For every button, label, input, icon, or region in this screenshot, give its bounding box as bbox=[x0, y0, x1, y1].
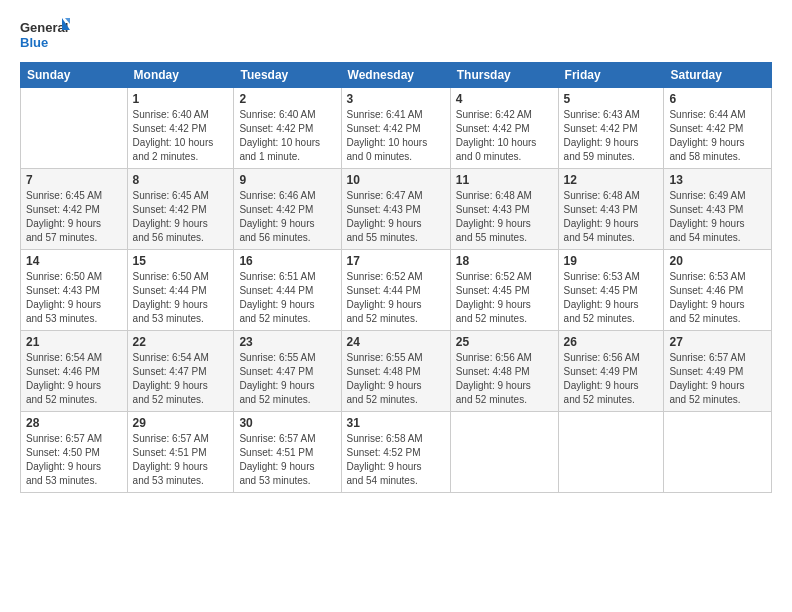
day-number: 9 bbox=[239, 173, 335, 187]
day-info: Sunrise: 6:51 AM Sunset: 4:44 PM Dayligh… bbox=[239, 270, 335, 326]
calendar-cell: 3Sunrise: 6:41 AM Sunset: 4:42 PM Daylig… bbox=[341, 88, 450, 169]
calendar-cell: 20Sunrise: 6:53 AM Sunset: 4:46 PM Dayli… bbox=[664, 250, 772, 331]
weekday-header-friday: Friday bbox=[558, 63, 664, 88]
day-info: Sunrise: 6:58 AM Sunset: 4:52 PM Dayligh… bbox=[347, 432, 445, 488]
calendar-cell: 6Sunrise: 6:44 AM Sunset: 4:42 PM Daylig… bbox=[664, 88, 772, 169]
day-number: 4 bbox=[456, 92, 553, 106]
day-number: 29 bbox=[133, 416, 229, 430]
day-info: Sunrise: 6:42 AM Sunset: 4:42 PM Dayligh… bbox=[456, 108, 553, 164]
calendar-cell: 4Sunrise: 6:42 AM Sunset: 4:42 PM Daylig… bbox=[450, 88, 558, 169]
day-info: Sunrise: 6:54 AM Sunset: 4:46 PM Dayligh… bbox=[26, 351, 122, 407]
day-info: Sunrise: 6:52 AM Sunset: 4:45 PM Dayligh… bbox=[456, 270, 553, 326]
day-number: 10 bbox=[347, 173, 445, 187]
calendar-cell bbox=[558, 412, 664, 493]
day-number: 11 bbox=[456, 173, 553, 187]
calendar-cell: 17Sunrise: 6:52 AM Sunset: 4:44 PM Dayli… bbox=[341, 250, 450, 331]
day-info: Sunrise: 6:49 AM Sunset: 4:43 PM Dayligh… bbox=[669, 189, 766, 245]
calendar-cell: 8Sunrise: 6:45 AM Sunset: 4:42 PM Daylig… bbox=[127, 169, 234, 250]
calendar-cell: 22Sunrise: 6:54 AM Sunset: 4:47 PM Dayli… bbox=[127, 331, 234, 412]
day-number: 21 bbox=[26, 335, 122, 349]
logo: GeneralBlue bbox=[20, 16, 70, 54]
calendar-cell: 1Sunrise: 6:40 AM Sunset: 4:42 PM Daylig… bbox=[127, 88, 234, 169]
calendar-week-2: 7Sunrise: 6:45 AM Sunset: 4:42 PM Daylig… bbox=[21, 169, 772, 250]
day-info: Sunrise: 6:50 AM Sunset: 4:43 PM Dayligh… bbox=[26, 270, 122, 326]
calendar-cell: 26Sunrise: 6:56 AM Sunset: 4:49 PM Dayli… bbox=[558, 331, 664, 412]
day-info: Sunrise: 6:46 AM Sunset: 4:42 PM Dayligh… bbox=[239, 189, 335, 245]
weekday-header-monday: Monday bbox=[127, 63, 234, 88]
calendar-week-3: 14Sunrise: 6:50 AM Sunset: 4:43 PM Dayli… bbox=[21, 250, 772, 331]
calendar-cell: 16Sunrise: 6:51 AM Sunset: 4:44 PM Dayli… bbox=[234, 250, 341, 331]
weekday-header-tuesday: Tuesday bbox=[234, 63, 341, 88]
day-info: Sunrise: 6:57 AM Sunset: 4:51 PM Dayligh… bbox=[133, 432, 229, 488]
calendar-cell: 15Sunrise: 6:50 AM Sunset: 4:44 PM Dayli… bbox=[127, 250, 234, 331]
svg-text:Blue: Blue bbox=[20, 35, 48, 50]
calendar-cell: 19Sunrise: 6:53 AM Sunset: 4:45 PM Dayli… bbox=[558, 250, 664, 331]
day-info: Sunrise: 6:52 AM Sunset: 4:44 PM Dayligh… bbox=[347, 270, 445, 326]
calendar-cell: 9Sunrise: 6:46 AM Sunset: 4:42 PM Daylig… bbox=[234, 169, 341, 250]
day-number: 27 bbox=[669, 335, 766, 349]
weekday-header-thursday: Thursday bbox=[450, 63, 558, 88]
calendar-cell: 29Sunrise: 6:57 AM Sunset: 4:51 PM Dayli… bbox=[127, 412, 234, 493]
day-number: 12 bbox=[564, 173, 659, 187]
weekday-header-saturday: Saturday bbox=[664, 63, 772, 88]
day-info: Sunrise: 6:45 AM Sunset: 4:42 PM Dayligh… bbox=[133, 189, 229, 245]
calendar-week-5: 28Sunrise: 6:57 AM Sunset: 4:50 PM Dayli… bbox=[21, 412, 772, 493]
calendar-cell: 5Sunrise: 6:43 AM Sunset: 4:42 PM Daylig… bbox=[558, 88, 664, 169]
weekday-header-wednesday: Wednesday bbox=[341, 63, 450, 88]
day-number: 18 bbox=[456, 254, 553, 268]
main-container: GeneralBlue SundayMondayTuesdayWednesday… bbox=[0, 0, 792, 503]
day-info: Sunrise: 6:48 AM Sunset: 4:43 PM Dayligh… bbox=[456, 189, 553, 245]
day-info: Sunrise: 6:40 AM Sunset: 4:42 PM Dayligh… bbox=[133, 108, 229, 164]
calendar-cell: 13Sunrise: 6:49 AM Sunset: 4:43 PM Dayli… bbox=[664, 169, 772, 250]
day-number: 14 bbox=[26, 254, 122, 268]
calendar-body: 1Sunrise: 6:40 AM Sunset: 4:42 PM Daylig… bbox=[21, 88, 772, 493]
calendar-week-4: 21Sunrise: 6:54 AM Sunset: 4:46 PM Dayli… bbox=[21, 331, 772, 412]
day-info: Sunrise: 6:56 AM Sunset: 4:48 PM Dayligh… bbox=[456, 351, 553, 407]
weekday-header-row: SundayMondayTuesdayWednesdayThursdayFrid… bbox=[21, 63, 772, 88]
day-info: Sunrise: 6:44 AM Sunset: 4:42 PM Dayligh… bbox=[669, 108, 766, 164]
day-number: 6 bbox=[669, 92, 766, 106]
calendar-cell: 28Sunrise: 6:57 AM Sunset: 4:50 PM Dayli… bbox=[21, 412, 128, 493]
day-info: Sunrise: 6:57 AM Sunset: 4:49 PM Dayligh… bbox=[669, 351, 766, 407]
day-info: Sunrise: 6:43 AM Sunset: 4:42 PM Dayligh… bbox=[564, 108, 659, 164]
day-number: 19 bbox=[564, 254, 659, 268]
calendar-table: SundayMondayTuesdayWednesdayThursdayFrid… bbox=[20, 62, 772, 493]
day-info: Sunrise: 6:40 AM Sunset: 4:42 PM Dayligh… bbox=[239, 108, 335, 164]
day-number: 1 bbox=[133, 92, 229, 106]
day-number: 13 bbox=[669, 173, 766, 187]
day-number: 25 bbox=[456, 335, 553, 349]
day-info: Sunrise: 6:55 AM Sunset: 4:48 PM Dayligh… bbox=[347, 351, 445, 407]
calendar-cell: 30Sunrise: 6:57 AM Sunset: 4:51 PM Dayli… bbox=[234, 412, 341, 493]
calendar-cell: 24Sunrise: 6:55 AM Sunset: 4:48 PM Dayli… bbox=[341, 331, 450, 412]
calendar-cell: 18Sunrise: 6:52 AM Sunset: 4:45 PM Dayli… bbox=[450, 250, 558, 331]
calendar-cell bbox=[664, 412, 772, 493]
weekday-header-sunday: Sunday bbox=[21, 63, 128, 88]
calendar-cell: 27Sunrise: 6:57 AM Sunset: 4:49 PM Dayli… bbox=[664, 331, 772, 412]
calendar-cell: 12Sunrise: 6:48 AM Sunset: 4:43 PM Dayli… bbox=[558, 169, 664, 250]
day-info: Sunrise: 6:54 AM Sunset: 4:47 PM Dayligh… bbox=[133, 351, 229, 407]
calendar-cell: 25Sunrise: 6:56 AM Sunset: 4:48 PM Dayli… bbox=[450, 331, 558, 412]
calendar-cell: 23Sunrise: 6:55 AM Sunset: 4:47 PM Dayli… bbox=[234, 331, 341, 412]
day-info: Sunrise: 6:53 AM Sunset: 4:46 PM Dayligh… bbox=[669, 270, 766, 326]
day-info: Sunrise: 6:57 AM Sunset: 4:51 PM Dayligh… bbox=[239, 432, 335, 488]
day-info: Sunrise: 6:56 AM Sunset: 4:49 PM Dayligh… bbox=[564, 351, 659, 407]
day-number: 26 bbox=[564, 335, 659, 349]
day-info: Sunrise: 6:53 AM Sunset: 4:45 PM Dayligh… bbox=[564, 270, 659, 326]
day-info: Sunrise: 6:47 AM Sunset: 4:43 PM Dayligh… bbox=[347, 189, 445, 245]
calendar-cell: 31Sunrise: 6:58 AM Sunset: 4:52 PM Dayli… bbox=[341, 412, 450, 493]
day-number: 5 bbox=[564, 92, 659, 106]
day-info: Sunrise: 6:41 AM Sunset: 4:42 PM Dayligh… bbox=[347, 108, 445, 164]
day-info: Sunrise: 6:55 AM Sunset: 4:47 PM Dayligh… bbox=[239, 351, 335, 407]
day-info: Sunrise: 6:57 AM Sunset: 4:50 PM Dayligh… bbox=[26, 432, 122, 488]
header-row: GeneralBlue bbox=[20, 16, 772, 54]
day-number: 2 bbox=[239, 92, 335, 106]
calendar-cell: 7Sunrise: 6:45 AM Sunset: 4:42 PM Daylig… bbox=[21, 169, 128, 250]
day-number: 17 bbox=[347, 254, 445, 268]
day-number: 23 bbox=[239, 335, 335, 349]
calendar-cell bbox=[450, 412, 558, 493]
day-info: Sunrise: 6:48 AM Sunset: 4:43 PM Dayligh… bbox=[564, 189, 659, 245]
day-number: 28 bbox=[26, 416, 122, 430]
day-number: 31 bbox=[347, 416, 445, 430]
calendar-cell: 10Sunrise: 6:47 AM Sunset: 4:43 PM Dayli… bbox=[341, 169, 450, 250]
calendar-cell: 2Sunrise: 6:40 AM Sunset: 4:42 PM Daylig… bbox=[234, 88, 341, 169]
